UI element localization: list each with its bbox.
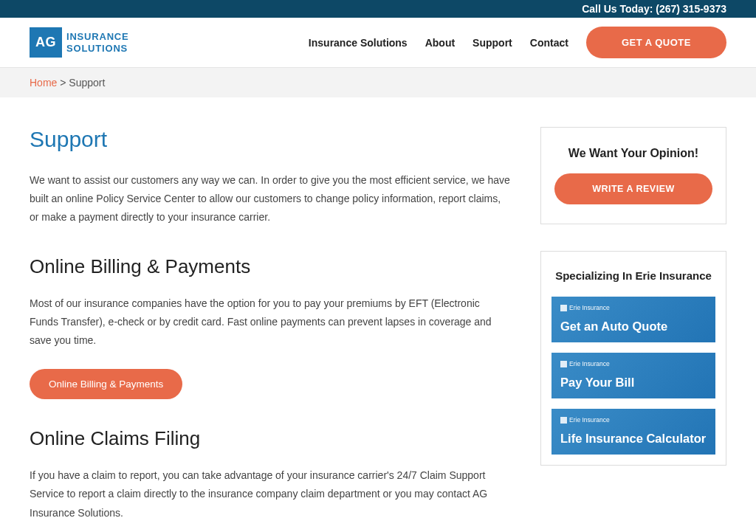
breadcrumb-current: Support [69,77,105,89]
content: Support We want to assist our customers … [30,127,511,532]
nav-about[interactable]: About [425,37,455,49]
nav-contact[interactable]: Contact [530,37,568,49]
erie-brand-text: Erie Insurance [560,416,707,424]
write-review-button[interactable]: WRITE A REVIEW [554,173,712,204]
billing-body: Most of our insurance companies have the… [30,294,511,350]
page-title: Support [30,127,511,152]
breadcrumb-separator: > [57,77,69,89]
main: Support We want to assist our customers … [0,97,756,532]
billing-button[interactable]: Online Billing & Payments [30,369,182,399]
logo-text: INSURANCE SOLUTIONS [66,31,128,54]
erie-tile-label: Get an Auto Quote [560,319,707,334]
claims-heading: Online Claims Filing [30,427,511,450]
erie-card: Specializing In Erie Insurance Erie Insu… [540,251,726,466]
intro-text: We want to assist our customers any way … [30,171,511,227]
opinion-heading: We Want Your Opinion! [554,147,712,160]
erie-tile-label: Life Insurance Calculator [560,432,707,446]
sidebar: We Want Your Opinion! WRITE A REVIEW Spe… [540,127,726,532]
erie-tile-auto-quote[interactable]: Erie Insurance Get an Auto Quote [551,297,715,342]
erie-tile-life-calculator[interactable]: Erie Insurance Life Insurance Calculator [551,409,715,455]
nav: Insurance Solutions About Support Contac… [309,27,726,58]
topbar: Call Us Today: (267) 315-9373 [0,0,756,18]
logo[interactable]: AG INSURANCE SOLUTIONS [30,27,128,58]
breadcrumb: Home > Support [0,68,756,97]
claims-body: If you have a claim to report, you can t… [30,466,511,522]
erie-tile-label: Pay Your Bill [560,376,707,390]
nav-insurance-solutions[interactable]: Insurance Solutions [309,37,408,49]
header: AG INSURANCE SOLUTIONS Insurance Solutio… [0,18,756,68]
breadcrumb-home[interactable]: Home [30,77,57,89]
opinion-card: We Want Your Opinion! WRITE A REVIEW [540,127,726,224]
call-us-text[interactable]: Call Us Today: (267) 315-9373 [0,3,756,15]
erie-brand-text: Erie Insurance [560,360,707,367]
erie-heading: Specializing In Erie Insurance [551,269,715,282]
erie-brand-text: Erie Insurance [560,304,707,311]
get-a-quote-button[interactable]: GET A QUOTE [586,27,726,58]
billing-heading: Online Billing & Payments [30,255,511,278]
nav-support[interactable]: Support [472,37,512,49]
erie-tile-pay-bill[interactable]: Erie Insurance Pay Your Bill [551,353,715,398]
logo-box: AG [30,27,62,58]
